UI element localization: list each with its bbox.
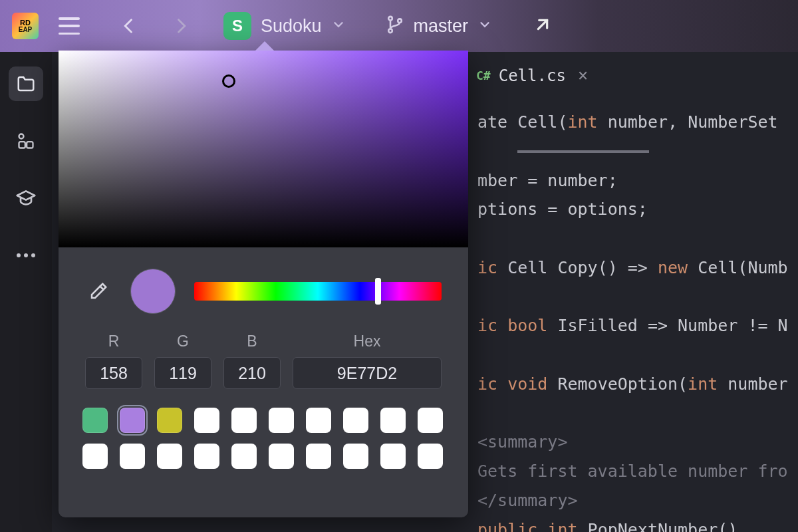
saturation-value-plane[interactable] <box>59 51 468 247</box>
branch-icon <box>386 15 404 37</box>
g-label: G <box>177 332 189 350</box>
project-selector[interactable]: S Sudoku <box>223 12 346 40</box>
preset-swatch[interactable] <box>418 444 443 469</box>
color-presets <box>59 404 468 469</box>
preset-swatch[interactable] <box>343 408 368 433</box>
hue-slider[interactable] <box>194 282 442 301</box>
preset-swatch[interactable] <box>82 444 108 469</box>
preset-swatch[interactable] <box>343 444 368 469</box>
svg-point-3 <box>19 134 24 139</box>
preset-swatch[interactable] <box>380 408 406 433</box>
close-tab-icon[interactable]: × <box>578 61 589 91</box>
branch-name: master <box>414 16 469 37</box>
app-icon: RD EAP <box>12 13 39 39</box>
more-tools-button[interactable] <box>9 238 43 273</box>
eyedropper-button[interactable] <box>85 278 112 305</box>
preset-swatch[interactable] <box>231 444 257 469</box>
tab-cell-cs[interactable]: C# Cell.cs × <box>464 54 600 98</box>
preset-swatch[interactable] <box>269 444 294 469</box>
preset-swatch[interactable] <box>306 408 331 433</box>
sv-cursor[interactable] <box>222 74 235 88</box>
app-icon-line1: RD <box>20 19 31 27</box>
learn-tool-button[interactable] <box>9 181 43 215</box>
b-input[interactable] <box>223 357 281 389</box>
preset-swatch[interactable] <box>82 408 108 433</box>
hue-thumb[interactable] <box>375 278 381 305</box>
hamburger-icon[interactable] <box>59 17 80 35</box>
structure-tool-button[interactable] <box>9 124 43 158</box>
svg-point-0 <box>388 17 392 21</box>
left-toolrail <box>0 52 52 532</box>
project-badge: S <box>223 12 251 40</box>
app-icon-line2: EAP <box>19 27 33 33</box>
b-label: B <box>247 332 257 350</box>
svg-point-1 <box>388 29 392 33</box>
r-input[interactable] <box>85 357 142 389</box>
preset-swatch[interactable] <box>231 408 257 433</box>
back-button[interactable] <box>120 17 138 35</box>
svg-rect-5 <box>19 142 25 148</box>
project-name: Sudoku <box>261 16 322 37</box>
color-picker-popover: R G B Hex <box>59 51 468 517</box>
g-input[interactable] <box>154 357 211 389</box>
current-color-swatch <box>130 269 176 314</box>
csharp-icon: C# <box>476 65 491 86</box>
chevron-down-icon <box>331 17 346 35</box>
branch-selector[interactable]: master <box>386 15 493 37</box>
preset-swatch[interactable] <box>120 408 145 433</box>
preset-swatch[interactable] <box>380 444 406 469</box>
open-external-icon[interactable] <box>532 14 553 38</box>
preset-swatch[interactable] <box>157 444 182 469</box>
preset-swatch[interactable] <box>194 444 219 469</box>
svg-rect-4 <box>27 142 33 148</box>
tab-underline <box>517 150 649 153</box>
project-tool-button[interactable] <box>9 66 43 101</box>
tab-filename: Cell.cs <box>499 62 566 90</box>
forward-button[interactable] <box>172 17 190 35</box>
svg-point-2 <box>398 19 402 23</box>
r-label: R <box>108 332 120 350</box>
preset-swatch[interactable] <box>269 408 294 433</box>
nav-arrows <box>120 17 190 35</box>
preset-swatch[interactable] <box>120 444 145 469</box>
preset-swatch[interactable] <box>157 408 182 433</box>
hex-input[interactable] <box>293 357 442 389</box>
preset-swatch[interactable] <box>418 408 443 433</box>
titlebar: RD EAP S Sudoku master <box>0 0 798 52</box>
preset-swatch[interactable] <box>306 444 331 469</box>
hex-label: Hex <box>354 332 381 350</box>
chevron-down-icon <box>477 17 492 35</box>
preset-swatch[interactable] <box>194 408 219 433</box>
